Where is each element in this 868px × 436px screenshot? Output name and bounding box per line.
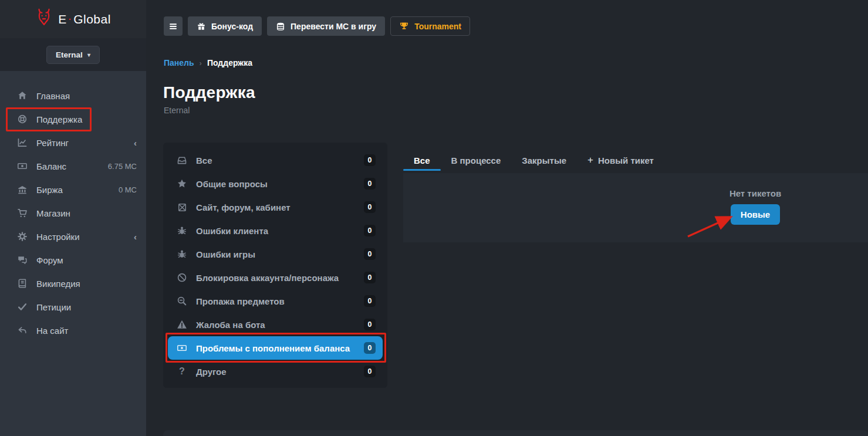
sidebar-item-shop[interactable]: Магазин — [0, 201, 146, 225]
count-badge: 0 — [364, 295, 376, 307]
category-other[interactable]: ? Другое 0 — [168, 360, 383, 383]
count-badge: 0 — [364, 342, 376, 354]
category-label: Сайт, форум, кабинет — [196, 202, 356, 212]
sidebar-item-label: Главная — [36, 91, 70, 101]
money-bill-icon — [176, 343, 188, 353]
brand-dot: · — [68, 14, 73, 24]
category-balance-problems[interactable]: Проблемы с пополнением баланса 0 — [168, 336, 383, 360]
count-badge: 0 — [364, 154, 376, 166]
sidebar-item-support[interactable]: Поддержка — [0, 107, 146, 131]
bonus-code-button[interactable]: Бонус-код — [188, 16, 262, 36]
brand-name: E·Global — [58, 12, 111, 26]
exchange-value: 0 MC — [119, 185, 137, 194]
sidebar-item-wiki[interactable]: Википедия — [0, 272, 146, 295]
no-tickets-text: Нет тикетов — [700, 188, 811, 198]
sidebar-item-exchange[interactable]: Биржа 0 MC — [0, 178, 146, 201]
gear-icon — [16, 231, 28, 242]
book-icon — [16, 278, 28, 289]
category-label: Блокировка аккаунта/персонажа — [196, 273, 356, 283]
sidebar-item-balance[interactable]: Баланс 6.75 MC — [0, 154, 146, 178]
count-badge: 0 — [364, 366, 376, 377]
category-label: Все — [196, 156, 356, 165]
gift-icon — [197, 22, 206, 31]
sidebar-item-label: Форум — [36, 255, 63, 265]
life-ring-icon — [16, 114, 28, 124]
sidebar-item-label: Баланс — [36, 161, 66, 171]
hamburger-icon — [168, 22, 178, 31]
category-label: Ошибки игры — [196, 249, 356, 259]
app-window: E·Global Eternal ▾ Главная Поддержка Рей… — [0, 0, 868, 436]
breadcrumb-separator: › — [200, 59, 202, 67]
category-label: Жалоба на бота — [196, 320, 356, 330]
category-game-errors[interactable]: Ошибки игры 0 — [168, 242, 383, 266]
category-lost-items[interactable]: Пропажа предметов 0 — [168, 289, 383, 313]
devil-logo-icon — [35, 8, 53, 31]
sidebar: E·Global Eternal ▾ Главная Поддержка Рей… — [0, 0, 146, 436]
breadcrumb: Панель › Поддержка — [164, 58, 252, 67]
tab-closed[interactable]: Закрытые — [511, 150, 577, 171]
category-client-errors[interactable]: Ошибки клиента 0 — [168, 219, 383, 242]
count-badge: 0 — [364, 248, 376, 260]
ticket-categories-panel: Все 0 Общие вопросы 0 Сайт, форум, кабин… — [163, 143, 387, 388]
sidebar-item-label: Википедия — [36, 279, 80, 289]
comments-icon — [16, 255, 28, 265]
category-all[interactable]: Все 0 — [168, 148, 383, 172]
sidebar-item-to-site[interactable]: На сайт — [0, 319, 146, 342]
count-badge: 0 — [364, 225, 376, 236]
category-label: Другое — [196, 367, 356, 377]
category-account-block[interactable]: Блокировка аккаунта/персонажа 0 — [168, 266, 383, 289]
transfer-mc-button[interactable]: Перевести МС в игру — [267, 16, 385, 36]
sidebar-item-rating[interactable]: Рейтинг ‹ — [0, 131, 146, 154]
topbar: Бонус-код Перевести МС в игру Tournament — [164, 16, 470, 36]
tab-all[interactable]: Все — [403, 150, 441, 171]
server-selector-strip: Eternal ▾ — [0, 38, 146, 71]
sidebar-item-label: Петиции — [36, 302, 71, 312]
page-subtitle: Eternal — [164, 106, 190, 115]
money-bill-icon — [16, 161, 28, 171]
category-general[interactable]: Общие вопросы 0 — [168, 172, 383, 195]
tournament-label: Tournament — [414, 22, 461, 31]
trophy-icon — [399, 21, 409, 31]
new-tickets-button[interactable]: Новые — [731, 204, 780, 225]
window-x-icon — [176, 202, 188, 212]
tab-new-ticket[interactable]: + Новый тикет — [577, 150, 664, 171]
chevron-left-icon: ‹ — [134, 232, 137, 242]
check-icon — [16, 302, 28, 312]
home-icon — [16, 90, 28, 101]
count-badge: 0 — [364, 272, 376, 283]
logo: E·Global — [0, 0, 146, 38]
tournament-button[interactable]: Tournament — [390, 16, 470, 36]
sidebar-item-label: На сайт — [36, 326, 68, 336]
tickets-empty-state: Нет тикетов Новые — [700, 188, 811, 225]
sidebar-item-petitions[interactable]: Петиции — [0, 295, 146, 319]
server-selector-button[interactable]: Eternal ▾ — [46, 46, 100, 64]
footer-panel-edge — [163, 430, 868, 436]
bug-icon — [176, 249, 188, 259]
plus-icon: + — [587, 154, 593, 166]
page-title: Поддержка — [163, 83, 255, 102]
category-label: Ошибки клиента — [196, 226, 356, 236]
question-icon: ? — [176, 366, 188, 377]
sidebar-nav: Главная Поддержка Рейтинг ‹ Баланс 6.75 … — [0, 71, 146, 342]
sidebar-item-label: Рейтинг — [36, 138, 69, 148]
transfer-mc-label: Перевести МС в игру — [291, 22, 376, 31]
sidebar-item-label: Поддержка — [36, 114, 82, 124]
tab-in-progress[interactable]: В процессе — [441, 150, 512, 171]
chevron-left-icon: ‹ — [134, 138, 137, 148]
ban-icon — [176, 272, 188, 283]
sidebar-item-settings[interactable]: Настройки ‹ — [0, 225, 146, 248]
sidebar-item-forum[interactable]: Форум — [0, 248, 146, 272]
bank-icon — [16, 184, 28, 195]
breadcrumb-panel-link[interactable]: Панель — [164, 58, 194, 67]
menu-toggle-button[interactable] — [164, 16, 183, 36]
bug-icon — [176, 225, 188, 236]
star-icon — [176, 178, 188, 189]
inbox-icon — [176, 155, 188, 165]
search-minus-icon — [176, 296, 188, 306]
sidebar-item-home[interactable]: Главная — [0, 84, 146, 107]
category-bot-report[interactable]: Жалоба на бота 0 — [168, 313, 383, 336]
warning-triangle-icon — [176, 319, 188, 330]
category-site-forum-cabinet[interactable]: Сайт, форум, кабинет 0 — [168, 195, 383, 219]
category-label: Проблемы с пополнением баланса — [196, 343, 356, 353]
count-badge: 0 — [364, 319, 376, 330]
